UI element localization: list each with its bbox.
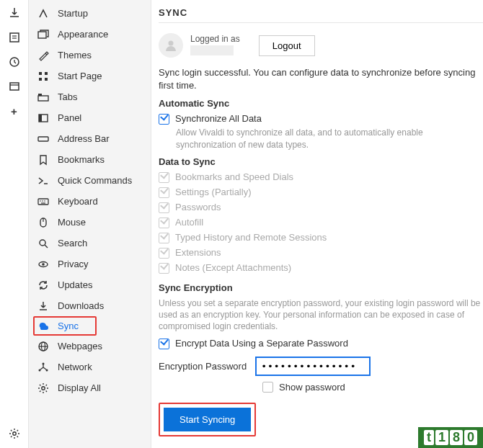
sidebar-label: Start Page bbox=[58, 71, 102, 81]
sidebar-item-mouse[interactable]: Mouse bbox=[29, 212, 151, 233]
webpages-icon bbox=[37, 341, 49, 352]
svg-line-25 bbox=[45, 245, 48, 248]
keyboard-icon bbox=[37, 196, 49, 207]
sidebar-label: Address Bar bbox=[58, 133, 110, 144]
settings-sidebar: Startup Appearance Themes Start Page Tab… bbox=[29, 0, 151, 448]
show-password-checkbox[interactable] bbox=[262, 382, 273, 393]
sidebar-item-displayall[interactable]: Display All bbox=[29, 377, 151, 398]
settings-gear-icon[interactable] bbox=[9, 428, 20, 439]
downloads-rail-icon[interactable] bbox=[9, 7, 20, 19]
sidebar-item-keyboard[interactable]: Keyboard bbox=[29, 191, 151, 212]
sidebar-item-network[interactable]: Network bbox=[29, 357, 151, 377]
svg-point-35 bbox=[169, 41, 174, 46]
data-item-label: Typed History and Remote Sessions bbox=[175, 232, 327, 243]
svg-point-19 bbox=[42, 200, 43, 202]
logged-in-label: Logged in as bbox=[190, 34, 240, 44]
logged-in-text: Logged in as bbox=[190, 34, 240, 58]
sidebar-item-quickcommands[interactable]: Quick Commands bbox=[29, 170, 151, 191]
svg-point-18 bbox=[40, 200, 41, 202]
data-item-bookmarks: Bookmarks and Speed Dials bbox=[159, 171, 483, 183]
sidebar-label: Startup bbox=[58, 8, 88, 19]
left-rail: + bbox=[0, 0, 29, 448]
data-item-extensions: Extensions bbox=[159, 247, 483, 259]
checkbox-disabled bbox=[159, 172, 169, 183]
data-item-label: Passwords bbox=[175, 202, 221, 212]
sidebar-item-downloads[interactable]: Downloads bbox=[29, 295, 151, 316]
encryption-password-label: Encryption Password bbox=[159, 361, 247, 372]
encryption-password-input[interactable] bbox=[255, 357, 371, 376]
svg-rect-9 bbox=[45, 72, 48, 75]
sync-icon bbox=[37, 321, 49, 332]
wm-0: 0 bbox=[464, 430, 477, 445]
start-syncing-highlight: Start Syncing bbox=[159, 403, 256, 436]
sidebar-item-sync[interactable]: Sync bbox=[33, 316, 97, 336]
sidebar-item-panel[interactable]: Panel bbox=[29, 107, 151, 128]
data-item-label: Bookmarks and Speed Dials bbox=[175, 171, 293, 182]
startup-icon bbox=[37, 8, 49, 19]
quickcommands-icon bbox=[37, 175, 49, 187]
svg-rect-7 bbox=[38, 32, 46, 38]
wm-t: t bbox=[424, 430, 434, 445]
sidebar-item-themes[interactable]: Themes bbox=[29, 45, 151, 66]
svg-rect-16 bbox=[38, 137, 48, 141]
sidebar-item-search[interactable]: Search bbox=[29, 233, 151, 254]
wm-1: 1 bbox=[435, 430, 448, 445]
sidebar-label: Themes bbox=[58, 50, 92, 61]
bookmarks-icon bbox=[37, 154, 49, 166]
svg-rect-10 bbox=[39, 78, 42, 81]
data-item-label: Notes (Except Attachments) bbox=[175, 262, 291, 273]
data-item-label: Settings (Partially) bbox=[175, 187, 251, 197]
sidebar-item-addressbar[interactable]: Address Bar bbox=[29, 128, 151, 149]
encrypt-separate-checkbox-row[interactable]: Encrypt Data Using a Separate Password bbox=[159, 338, 483, 349]
history-rail-icon[interactable] bbox=[9, 56, 20, 68]
svg-point-6 bbox=[13, 432, 16, 435]
sidebar-item-privacy[interactable]: Privacy bbox=[29, 254, 151, 274]
updates-icon bbox=[37, 279, 49, 291]
sync-all-checkbox-row[interactable]: Synchronize All Data bbox=[159, 113, 483, 125]
checkbox-disabled bbox=[159, 218, 169, 228]
sidebar-item-appearance[interactable]: Appearance bbox=[29, 24, 151, 45]
data-item-notes: Notes (Except Attachments) bbox=[159, 262, 483, 274]
data-item-label: Extensions bbox=[175, 247, 221, 258]
svg-rect-15 bbox=[39, 115, 42, 122]
sync-all-checkbox[interactable] bbox=[159, 114, 169, 125]
sidebar-item-startup[interactable]: Startup bbox=[29, 3, 151, 24]
sidebar-item-tabs[interactable]: Tabs bbox=[29, 86, 151, 107]
show-password-row[interactable]: Show password bbox=[262, 382, 483, 393]
data-item-history: Typed History and Remote Sessions bbox=[159, 232, 483, 243]
encrypt-separate-checkbox[interactable] bbox=[159, 339, 169, 349]
checkbox-disabled bbox=[159, 263, 169, 274]
sync-settings-panel: SYNC Logged in as Logout Sync login succ… bbox=[151, 0, 483, 448]
data-item-settings: Settings (Partially) bbox=[159, 187, 483, 198]
watermark: t 1 8 0 bbox=[418, 427, 483, 448]
encrypt-separate-label: Encrypt Data Using a Separate Password bbox=[175, 338, 348, 349]
svg-point-24 bbox=[40, 240, 45, 246]
checkbox-disabled bbox=[159, 202, 169, 213]
appearance-icon bbox=[37, 29, 49, 40]
sidebar-item-startpage[interactable]: Start Page bbox=[29, 66, 151, 86]
displayall-icon bbox=[37, 382, 49, 394]
svg-point-20 bbox=[44, 200, 45, 202]
checkbox-disabled bbox=[159, 233, 169, 243]
sidebar-item-updates[interactable]: Updates bbox=[29, 274, 151, 295]
avatar-icon bbox=[159, 33, 183, 58]
sync-all-label: Synchronize All Data bbox=[175, 113, 262, 124]
sidebar-label: Keyboard bbox=[58, 196, 98, 207]
start-syncing-button[interactable]: Start Syncing bbox=[164, 408, 251, 431]
logout-button[interactable]: Logout bbox=[259, 35, 315, 56]
tabs-icon bbox=[37, 91, 49, 103]
sidebar-label: Network bbox=[58, 362, 92, 372]
login-row: Logged in as Logout bbox=[159, 33, 483, 58]
show-password-label: Show password bbox=[279, 382, 345, 393]
window-rail-icon[interactable] bbox=[9, 81, 20, 92]
data-item-label: Autofill bbox=[175, 217, 203, 228]
sidebar-item-bookmarks[interactable]: Bookmarks bbox=[29, 149, 151, 170]
sidebar-item-webpages[interactable]: Webpages bbox=[29, 336, 151, 357]
page-title: SYNC bbox=[159, 7, 483, 18]
sync-all-hint: Allow Vivaldi to synchronize all data, a… bbox=[176, 127, 483, 150]
notes-rail-icon[interactable] bbox=[9, 32, 20, 43]
svg-rect-17 bbox=[38, 199, 48, 205]
sidebar-label: Appearance bbox=[58, 29, 108, 40]
search-icon bbox=[37, 238, 49, 249]
add-panel-icon[interactable]: + bbox=[11, 105, 17, 117]
